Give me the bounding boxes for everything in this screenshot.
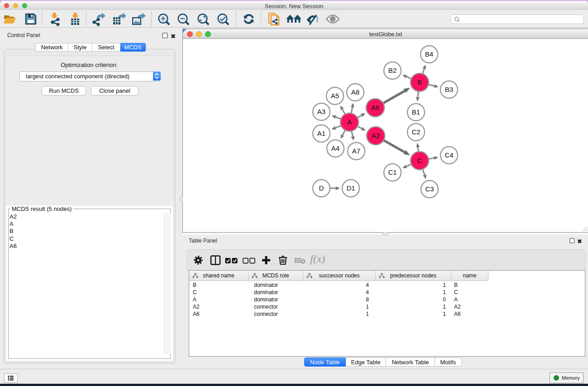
svg-text:D1: D1	[346, 184, 355, 192]
svg-text:C1: C1	[388, 168, 397, 176]
svg-text:C4: C4	[445, 151, 453, 159]
svg-text:A1: A1	[317, 129, 325, 137]
svg-text:A: A	[347, 118, 352, 126]
svg-text:B: B	[417, 78, 422, 86]
svg-text:A4: A4	[331, 144, 339, 152]
svg-text:B3: B3	[445, 86, 453, 93]
svg-text:A7: A7	[352, 147, 360, 155]
svg-text:C2: C2	[411, 128, 420, 136]
svg-text:A5: A5	[331, 92, 339, 100]
svg-text:A6: A6	[371, 104, 379, 111]
svg-text:B4: B4	[425, 50, 433, 58]
svg-text:B1: B1	[412, 108, 420, 116]
svg-text:D: D	[319, 184, 324, 192]
svg-text:B2: B2	[388, 67, 397, 74]
svg-text:A3: A3	[317, 108, 325, 115]
svg-text:A8: A8	[351, 88, 359, 96]
svg-text:A2: A2	[372, 132, 380, 139]
svg-text:C: C	[417, 157, 422, 164]
svg-text:C3: C3	[425, 185, 434, 193]
